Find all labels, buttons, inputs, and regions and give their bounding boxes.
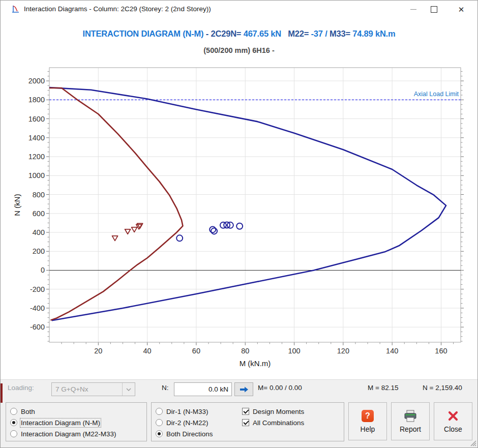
loading-combobox-value: 7 G+Q+Nx	[52, 385, 122, 393]
controls-panel: Loading: 7 G+Q+Nx N: M= 0.00 / 0.00 M = …	[1, 379, 477, 447]
svg-text:N (kN): N (kN)	[13, 194, 21, 216]
svg-text:1200: 1200	[28, 153, 45, 161]
svg-text:80: 80	[241, 347, 249, 355]
svg-text:400: 400	[33, 228, 45, 236]
checkbox-design-moments[interactable]: Design Moments	[242, 406, 304, 416]
svg-text:20: 20	[94, 347, 102, 355]
apply-n-button[interactable]	[234, 382, 253, 396]
svg-text:-600: -600	[30, 323, 45, 331]
chevron-down-icon	[126, 388, 131, 391]
radio-icon	[10, 408, 17, 415]
printer-icon	[404, 410, 417, 422]
diagram-type-group: Both Interaction Diagram (N-M) Interacti…	[6, 402, 147, 441]
svg-text:800: 800	[33, 191, 45, 199]
radio-interaction-m22-m33[interactable]: Interaction Diagram (M22-M33)	[10, 429, 116, 439]
checkbox-label: All Combinations	[253, 419, 304, 427]
radio-label: Dir-2 (N-M22)	[166, 419, 208, 427]
radio-interaction-n-m[interactable]: Interaction Diagram (N-M)	[10, 417, 100, 428]
loading-combobox[interactable]: 7 G+Q+Nx	[51, 382, 135, 396]
svg-text:M (kN.m): M (kN.m)	[240, 359, 271, 368]
report-button[interactable]: Report	[391, 402, 430, 440]
svg-text:140: 140	[386, 347, 398, 355]
svg-text:40: 40	[143, 347, 152, 355]
interaction-diagrams-dialog: Interaction Diagrams - Column: 2C29 (Sto…	[0, 0, 478, 448]
radio-label: Both	[21, 408, 35, 415]
radio-icon	[156, 430, 163, 437]
radio-both-directions[interactable]: Both Directions	[156, 429, 213, 439]
svg-text:1400: 1400	[28, 134, 45, 142]
radio-dir2[interactable]: Dir-2 (N-M22)	[156, 417, 208, 428]
help-button[interactable]: ? Help	[348, 402, 387, 440]
n-label: N:	[162, 384, 169, 392]
n-result: N = 2,159.40	[423, 384, 462, 392]
radio-dir1[interactable]: Dir-1 (N-M33)	[156, 406, 208, 416]
svg-text:0: 0	[41, 266, 45, 274]
radio-icon	[10, 430, 17, 437]
svg-text:100: 100	[288, 347, 300, 355]
checkbox-label: Design Moments	[253, 408, 304, 415]
m-result: M = 82.15	[368, 384, 398, 392]
help-icon: ?	[362, 410, 374, 422]
svg-text:160: 160	[435, 347, 447, 355]
close-button-label: Close	[444, 425, 462, 433]
radio-label: Both Directions	[166, 430, 213, 438]
svg-text:Axial Load Limit: Axial Load Limit	[414, 91, 459, 98]
radio-label: Interaction Diagram (N-M)	[21, 419, 100, 427]
direction-group: Dir-1 (N-M33) Dir-2 (N-M22) Both Directi…	[151, 402, 344, 441]
checkbox-icon	[242, 419, 249, 426]
loading-label: Loading:	[8, 384, 34, 392]
interaction-diagram-chart: 20406080100120140160-600-400-20002004006…	[1, 1, 478, 379]
radio-icon	[156, 419, 163, 426]
svg-text:2000: 2000	[28, 77, 45, 85]
checkbox-all-combinations[interactable]: All Combinations	[242, 417, 304, 428]
checkbox-icon	[242, 408, 249, 415]
radio-both[interactable]: Both	[10, 406, 35, 416]
svg-text:1000: 1000	[28, 171, 45, 180]
svg-text:1800: 1800	[28, 96, 45, 104]
combobox-dropdown-button[interactable]	[122, 383, 135, 396]
close-x-icon	[447, 410, 459, 422]
svg-text:600: 600	[33, 210, 45, 218]
radio-label: Interaction Diagram (M22-M33)	[21, 430, 116, 438]
svg-text:200: 200	[33, 247, 45, 255]
svg-text:60: 60	[192, 347, 200, 355]
radio-icon	[156, 408, 163, 415]
svg-text:120: 120	[337, 347, 349, 355]
radio-icon	[10, 419, 17, 426]
svg-text:1600: 1600	[28, 115, 45, 123]
n-input[interactable]	[174, 382, 232, 396]
report-button-label: Report	[400, 425, 421, 433]
background-window-sliver	[1, 383, 3, 403]
close-button[interactable]: Close	[434, 402, 472, 440]
help-button-label: Help	[361, 425, 375, 433]
svg-text:-200: -200	[30, 285, 45, 293]
moment-readout: M= 0.00 / 0.00	[258, 384, 302, 392]
resize-grip[interactable]	[468, 438, 476, 446]
radio-label: Dir-1 (N-M33)	[166, 408, 208, 415]
arrow-right-icon	[240, 386, 249, 393]
svg-text:-400: -400	[30, 304, 45, 312]
